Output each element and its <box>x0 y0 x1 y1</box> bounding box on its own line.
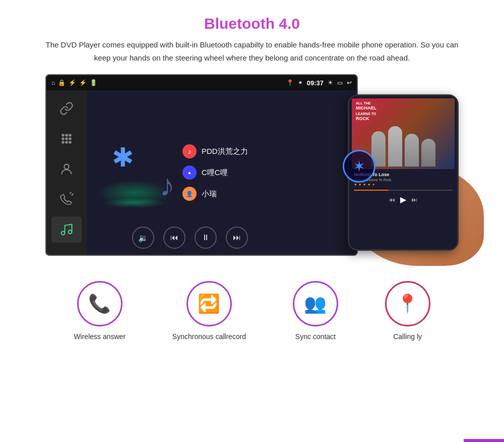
play-pause-button[interactable]: ⏸ <box>195 227 217 249</box>
track-title-2: C哩C哩 <box>202 168 228 178</box>
phone-play-icon[interactable]: ▶ <box>400 195 406 204</box>
star-1: ★ <box>354 183 357 187</box>
status-bar: ⌂ 🔒 ⚡ ⚡ 🔋 📍 ✴ 09:37 ☀ ▭ ↩ <box>46 75 357 90</box>
status-left: ⌂ 🔒 ⚡ ⚡ 🔋 <box>51 79 97 86</box>
volume-button[interactable]: 🔉 <box>132 227 154 249</box>
svg-point-8 <box>69 141 71 143</box>
star-4: ★ <box>367 183 370 187</box>
sidebar-item-music[interactable] <box>51 216 82 243</box>
controls-row: 🔉 ⏮ ⏸ ⏭ <box>132 227 248 249</box>
screen-wrapper: ⌂ 🔒 ⚡ ⚡ 🔋 📍 ✴ 09:37 ☀ ▭ ↩ <box>45 74 459 261</box>
sync-callrecord-icon: 🔁 <box>198 293 220 314</box>
bt-overlay-icon: ✶ <box>343 150 375 183</box>
usb2-icon: ⚡ <box>79 79 87 86</box>
calling-ly-circle: 📍 <box>385 281 430 326</box>
feature-sync-contact: 👥 Sync contact <box>293 281 338 341</box>
bt-visual: ✱ ♪ <box>97 135 172 210</box>
sidebar-item-dialpad[interactable] <box>51 126 82 152</box>
svg-point-3 <box>62 138 64 140</box>
sidebar-item-link[interactable] <box>51 95 82 122</box>
svg-point-5 <box>69 138 71 140</box>
car-screen: ⌂ 🔒 ⚡ ⚡ 🔋 📍 ✴ 09:37 ☀ ▭ ↩ <box>45 74 358 256</box>
svg-point-1 <box>66 134 68 136</box>
figure-4 <box>421 139 435 167</box>
sync-contact-icon: 👥 <box>304 293 327 314</box>
svg-point-11 <box>69 230 72 234</box>
battery-icon: 🔋 <box>90 79 97 86</box>
status-right: 📍 ✴ 09:37 ☀ ▭ ↩ <box>286 79 352 87</box>
album-text: ALL THE MICHAEL LEARNS TO ROCK <box>356 101 376 122</box>
star-2: ★ <box>358 183 361 187</box>
phone-progress-bar <box>354 190 453 191</box>
music-area: ✱ ♪ ♪ PDD洪荒之力 ● C哩C哩 <box>87 90 357 255</box>
phone-progress-fill <box>354 190 389 191</box>
album-line1: ALL THE <box>356 101 376 105</box>
back-icon: ↩ <box>347 79 352 86</box>
next-button[interactable]: ⏭ <box>226 227 248 249</box>
track-item-1[interactable]: ♪ PDD洪荒之力 <box>182 144 347 158</box>
page-container: Bluetooth 4.0 The DVD Player comes equip… <box>0 0 504 442</box>
phone-icon <box>59 192 74 206</box>
phone-next-icon[interactable]: ⏭ <box>411 196 417 203</box>
sidebar-item-phone[interactable] <box>51 186 82 212</box>
album-line3: LEARNS TO <box>356 112 376 116</box>
calling-ly-icon: 📍 <box>396 293 419 314</box>
svg-point-7 <box>66 141 68 143</box>
wireless-answer-circle: 📞 <box>77 281 122 326</box>
sync-contact-label: Sync contact <box>295 333 336 341</box>
track-icon-1: ♪ <box>182 144 197 158</box>
page-title: Bluetooth 4.0 <box>204 15 300 32</box>
feature-wireless-answer: 📞 Wireless answer <box>74 281 125 341</box>
svg-point-2 <box>69 134 71 136</box>
figure-3 <box>405 134 419 167</box>
brightness-icon: ☀ <box>328 79 333 86</box>
album-line4: ROCK <box>356 116 376 122</box>
sidebar-item-contacts[interactable] <box>51 156 82 182</box>
play-pause-icon: ⏸ <box>202 233 210 242</box>
track-icon-2: ● <box>182 165 197 180</box>
home-icon: ⌂ <box>51 79 55 86</box>
sync-callrecord-label: Synchronous callrecord <box>172 333 246 341</box>
wireless-answer-label: Wireless answer <box>74 333 125 341</box>
svg-point-0 <box>62 134 64 136</box>
track-list: ♪ PDD洪荒之力 ● C哩C哩 👤 小瑞 <box>172 139 347 206</box>
prev-button[interactable]: ⏮ <box>163 227 185 249</box>
feature-calling-ly: 📍 Calling ly <box>385 281 430 341</box>
features-row: 📞 Wireless answer 🔁 Synchronous callreco… <box>30 281 474 341</box>
link-icon <box>59 101 74 116</box>
track-title-3: 小瑞 <box>202 189 217 199</box>
phone-prev-icon[interactable]: ⏮ <box>389 196 395 203</box>
prev-icon: ⏮ <box>170 233 178 242</box>
svg-point-10 <box>61 232 65 235</box>
album-line2: MICHAEL <box>356 105 376 112</box>
screen-content: ✱ ♪ ♪ PDD洪荒之力 ● C哩C哩 <box>46 90 357 255</box>
sync-callrecord-circle: 🔁 <box>186 281 232 326</box>
next-icon: ⏭ <box>233 233 241 242</box>
track-item-2[interactable]: ● C哩C哩 <box>182 165 347 180</box>
star-5: ★ <box>372 183 375 187</box>
sidebar <box>46 90 87 255</box>
bottom-line <box>0 439 504 442</box>
page-description: The DVD Player comes equipped with built… <box>45 38 459 64</box>
shadow-ellipse <box>102 198 167 208</box>
bt-symbol: ✶ <box>353 157 365 175</box>
bluetooth-large-icon: ✱ <box>112 142 134 173</box>
track-item-3[interactable]: 👤 小瑞 <box>182 187 347 201</box>
time-display: 09:37 <box>307 79 324 87</box>
contacts-icon <box>59 162 74 176</box>
track-title-1: PDD洪荒之力 <box>202 147 248 156</box>
volume-icon: 🔉 <box>138 233 148 243</box>
bluetooth-icon: ✴ <box>298 79 303 86</box>
music-note-icon: ♪ <box>160 168 175 203</box>
album-figures <box>371 98 435 169</box>
svg-point-9 <box>64 164 69 169</box>
svg-point-6 <box>62 141 64 143</box>
lock-icon: 🔒 <box>58 79 66 86</box>
figure-2 <box>388 126 402 167</box>
wireless-answer-icon: 📞 <box>88 293 111 314</box>
feature-sync-callrecord: 🔁 Synchronous callrecord <box>172 281 246 341</box>
phone-controls: ⏮ ▶ ⏭ <box>352 193 455 206</box>
signal-icon: ▭ <box>337 79 343 86</box>
svg-point-4 <box>66 138 68 140</box>
location-icon: 📍 <box>286 79 294 86</box>
